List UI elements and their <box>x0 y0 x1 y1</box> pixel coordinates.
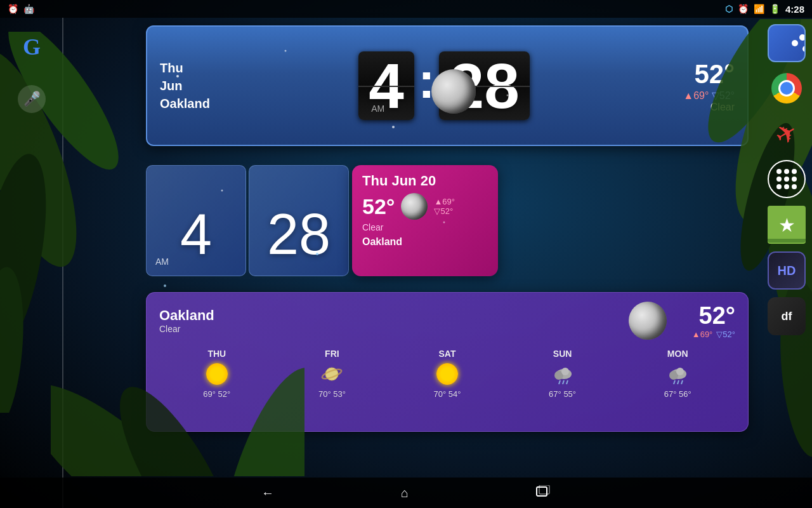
svg-point-17 <box>316 253 318 255</box>
clock-time: 4:28 <box>785 4 804 15</box>
bluetooth-icon: ⬡ <box>725 4 733 14</box>
hd-app-icon[interactable]: HD <box>768 251 806 290</box>
battery-icon: 🔋 <box>769 4 780 14</box>
svg-point-14 <box>392 126 395 128</box>
microphone-icon[interactable]: 🎤 <box>15 83 48 116</box>
chrome-app-icon[interactable] <box>768 70 805 107</box>
app-grid-icon[interactable] <box>768 160 806 198</box>
left-sidebar: G 🎤 <box>0 18 63 478</box>
google-search-icon[interactable]: G <box>15 30 48 64</box>
right-sidebar: ✈ ★ HD df <box>761 18 812 478</box>
plane-app-icon[interactable]: ✈ <box>768 114 806 152</box>
svg-point-11 <box>203 356 304 476</box>
svg-point-16 <box>221 190 223 192</box>
alarm2-icon: ⏰ <box>738 4 749 14</box>
status-icons-left: ⏰ 🤖 <box>8 4 34 14</box>
svg-rect-34 <box>537 487 547 496</box>
settings-app-icon[interactable] <box>768 24 806 62</box>
alarm-icon: ⏰ <box>8 4 18 14</box>
recents-button[interactable] <box>535 485 551 501</box>
status-icons-right: ⬡ ⏰ 📶 🔋 4:28 <box>725 4 804 15</box>
svg-point-15 <box>507 95 509 97</box>
navigation-bar: ← ⌂ <box>0 478 812 508</box>
wifi-icon: 📶 <box>754 4 764 14</box>
android-icon: 🤖 <box>23 4 34 14</box>
status-bar: ⏰ 🤖 ⬡ ⏰ 📶 🔋 4:28 <box>0 0 812 18</box>
svg-point-13 <box>285 50 287 52</box>
df-app-icon[interactable]: df <box>768 297 806 335</box>
leaf-decoration-bottom <box>51 286 304 476</box>
svg-point-18 <box>443 222 445 224</box>
back-button[interactable]: ← <box>261 486 274 500</box>
home-button[interactable]: ⌂ <box>401 486 409 500</box>
star-app-icon[interactable]: ★ <box>768 206 806 244</box>
